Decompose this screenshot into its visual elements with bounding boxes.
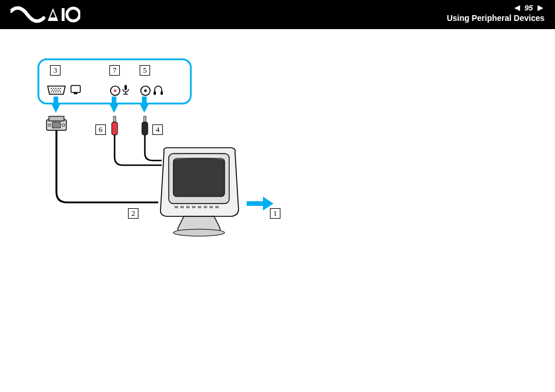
svg-rect-42 — [180, 206, 184, 208]
svg-point-7 — [55, 88, 56, 89]
svg-rect-48 — [215, 206, 219, 208]
callout-6: 6 — [95, 124, 106, 135]
crt-monitor-icon — [161, 148, 239, 236]
svg-point-17 — [58, 91, 59, 92]
svg-rect-0 — [62, 8, 65, 21]
headphones-icon — [154, 86, 163, 95]
connection-diagram: 3 7 5 6 4 2 1 — [37, 58, 287, 238]
vaio-logo — [10, 6, 80, 23]
microphone-icon — [123, 85, 129, 94]
svg-point-27 — [144, 90, 147, 92]
svg-marker-2 — [514, 5, 520, 11]
svg-rect-20 — [74, 92, 77, 94]
section-title: Using Peripheral Devices — [447, 13, 545, 23]
svg-point-1 — [67, 8, 80, 21]
svg-rect-28 — [154, 91, 156, 95]
svg-point-18 — [60, 91, 61, 92]
svg-point-14 — [51, 91, 52, 92]
svg-rect-46 — [204, 206, 207, 208]
next-page-arrow-icon[interactable] — [536, 5, 545, 12]
svg-point-22 — [114, 90, 116, 92]
svg-point-15 — [53, 91, 54, 92]
svg-rect-43 — [186, 206, 190, 208]
svg-rect-23 — [124, 85, 127, 90]
svg-rect-19 — [71, 85, 80, 92]
svg-point-32 — [48, 124, 51, 126]
callout-1: 1 — [270, 208, 280, 219]
svg-point-10 — [52, 90, 53, 91]
svg-rect-36 — [112, 122, 118, 135]
svg-rect-37 — [144, 116, 146, 122]
svg-rect-38 — [142, 122, 148, 135]
svg-rect-45 — [198, 206, 201, 208]
svg-point-5 — [51, 88, 52, 89]
svg-point-8 — [58, 88, 59, 89]
display-cable — [56, 130, 158, 202]
arrow-up-icon — [51, 97, 149, 113]
svg-point-11 — [54, 90, 55, 91]
svg-point-33 — [62, 124, 65, 126]
callout-7: 7 — [109, 65, 120, 76]
mic-jack-icon — [111, 86, 120, 95]
svg-rect-31 — [49, 116, 64, 121]
prev-page-arrow-icon[interactable] — [513, 5, 521, 12]
header-bar: 95 Using Peripheral Devices — [0, 0, 555, 29]
svg-rect-44 — [192, 206, 195, 208]
svg-rect-47 — [209, 206, 213, 208]
svg-rect-40 — [173, 158, 225, 197]
callout-5: 5 — [140, 65, 150, 76]
audio-plug-icon — [142, 116, 148, 135]
callout-4: 4 — [152, 124, 163, 135]
svg-point-49 — [173, 229, 225, 236]
svg-point-13 — [59, 90, 60, 91]
svg-point-16 — [55, 91, 56, 92]
page-number: 95 — [525, 3, 533, 12]
monitor-mini-icon — [71, 85, 80, 94]
svg-rect-35 — [113, 116, 116, 122]
svg-rect-41 — [175, 206, 178, 208]
callout-2: 2 — [128, 208, 138, 219]
audio-plug-icon — [112, 116, 118, 135]
svg-point-6 — [53, 88, 54, 89]
svg-rect-34 — [52, 122, 61, 128]
audio-cable — [145, 135, 162, 161]
svg-point-12 — [56, 90, 58, 91]
svg-marker-3 — [538, 5, 543, 11]
vga-port-icon — [48, 86, 65, 94]
svg-rect-29 — [161, 91, 163, 95]
svg-point-9 — [60, 88, 61, 89]
header-nav: 95 Using Peripheral Devices — [447, 3, 545, 23]
headphone-jack-icon — [141, 86, 150, 95]
page-root: 95 Using Peripheral Devices — [0, 0, 555, 392]
callout-3: 3 — [50, 65, 61, 76]
vga-connector-icon — [47, 116, 66, 130]
